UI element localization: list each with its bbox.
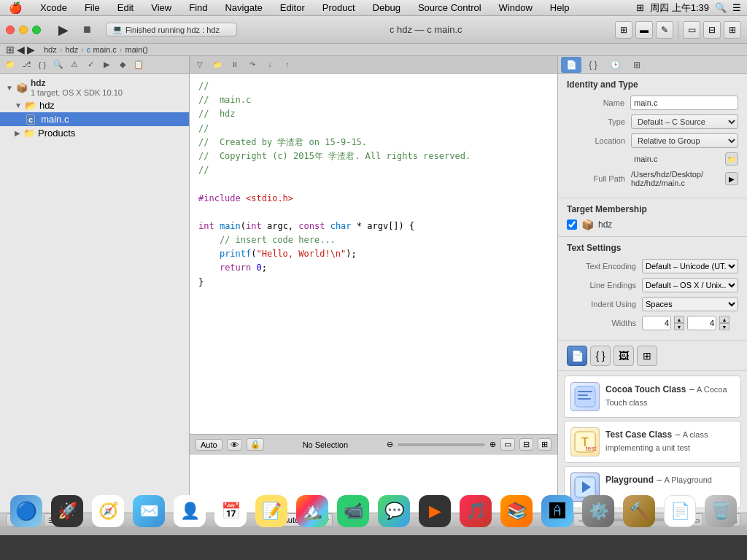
tree-folder-hdz[interactable]: ▼ 📂 hdz bbox=[0, 98, 189, 112]
dock-build[interactable]: 🔨 bbox=[620, 492, 658, 530]
step-into-icon[interactable]: ↓ bbox=[263, 58, 277, 72]
indent-selector-wrap[interactable]: Spaces bbox=[642, 297, 738, 311]
grid-icon-inspector[interactable]: ⊞ bbox=[637, 346, 657, 366]
fullscreen-button[interactable] bbox=[32, 26, 41, 34]
zoom-in-icon[interactable]: ⊕ bbox=[489, 440, 496, 449]
dock-contacts[interactable]: 👤 bbox=[171, 492, 209, 530]
line-endings-select[interactable]: Default – OS X / Unix... bbox=[642, 278, 738, 292]
layout-1[interactable]: ▭ bbox=[683, 21, 700, 39]
zoom-slider[interactable] bbox=[398, 443, 485, 446]
history-tab[interactable]: 🕒 bbox=[605, 57, 625, 73]
debug-icon-nav[interactable]: ▶ bbox=[99, 58, 114, 72]
pause-icon[interactable]: ⏸ bbox=[228, 58, 242, 72]
folder-debug-icon[interactable]: 📁 bbox=[210, 58, 225, 72]
tab-stepper[interactable]: ▲ ▼ bbox=[674, 316, 684, 330]
line-endings-selector-wrap[interactable]: Default – OS X / Unix... bbox=[642, 278, 738, 292]
fullpath-reveal-btn[interactable]: ▶ bbox=[725, 172, 738, 185]
path-main-func[interactable]: main() bbox=[125, 45, 147, 54]
dock-safari[interactable]: 🧭 bbox=[89, 492, 127, 530]
lock-icon[interactable]: 🔒 bbox=[247, 438, 264, 451]
navigator-toggle[interactable]: ⊞ bbox=[615, 21, 632, 39]
menu-find[interactable]: Find bbox=[186, 2, 210, 13]
debug-toggle[interactable]: ▬ bbox=[635, 21, 653, 39]
encoding-selector[interactable]: Auto bbox=[196, 439, 222, 451]
dock-appstore[interactable]: 🅰 bbox=[538, 492, 576, 530]
tree-folder-products[interactable]: ▶ 📁 Products bbox=[0, 126, 189, 140]
hierarchy-icon[interactable]: ⊞ bbox=[6, 44, 15, 55]
issue-icon[interactable]: ⚠ bbox=[67, 58, 82, 72]
cocoa-touch-card[interactable]: Cocoa Touch Class – A Cocoa Touch class bbox=[564, 376, 741, 418]
encoding-selector-wrap[interactable]: Default – Unicode (UT... bbox=[642, 259, 738, 273]
brace-icon[interactable]: { } bbox=[590, 346, 611, 366]
dock-trash[interactable]: 🗑️ bbox=[702, 492, 740, 530]
path-mainc[interactable]: c main.c bbox=[87, 45, 117, 54]
quick-help-tab[interactable]: { } bbox=[583, 57, 603, 73]
menu-product[interactable]: Product bbox=[320, 2, 358, 13]
dock-mail[interactable]: ✉️ bbox=[130, 492, 168, 530]
close-button[interactable] bbox=[6, 26, 15, 34]
indent-select[interactable]: Spaces bbox=[642, 297, 738, 311]
type-selector[interactable]: Default – C Source bbox=[631, 114, 738, 129]
dock-messages[interactable]: 💬 bbox=[375, 492, 413, 530]
breakpoint-icon[interactable]: ◆ bbox=[115, 58, 130, 72]
tab-step-down[interactable]: ▼ bbox=[674, 323, 684, 330]
forward-arrow[interactable]: ▶ bbox=[27, 44, 35, 55]
indent-step-down[interactable]: ▼ bbox=[719, 323, 729, 330]
layout-toggle-1[interactable]: ▭ bbox=[500, 438, 515, 451]
back-arrow[interactable]: ◀ bbox=[17, 44, 25, 55]
report-icon[interactable]: 📋 bbox=[131, 58, 146, 72]
location-selector[interactable]: Relative to Group bbox=[631, 133, 738, 148]
menu-edit[interactable]: Edit bbox=[115, 2, 136, 13]
target-checkbox[interactable] bbox=[567, 219, 577, 230]
dock-player[interactable]: ▶ bbox=[416, 492, 454, 530]
tab-width-input[interactable] bbox=[642, 316, 671, 330]
location-select[interactable]: Relative to Group bbox=[631, 133, 738, 148]
localization-tab[interactable]: ⊞ bbox=[627, 57, 647, 73]
dock-books[interactable]: 📚 bbox=[498, 492, 535, 530]
dock-photos[interactable]: 🏔️ bbox=[293, 492, 331, 530]
indent-width-input[interactable] bbox=[687, 316, 716, 330]
menu-editor[interactable]: Editor bbox=[277, 2, 308, 13]
tab-step-up[interactable]: ▲ bbox=[674, 316, 684, 323]
zoom-out-icon[interactable]: ⊖ bbox=[387, 440, 393, 449]
menu-navigate[interactable]: Navigate bbox=[222, 2, 265, 13]
dock-launchpad[interactable]: 🚀 bbox=[48, 492, 86, 530]
tree-file-mainc[interactable]: c main.c bbox=[0, 112, 189, 126]
dock-music[interactable]: 🎵 bbox=[457, 492, 495, 530]
menu-debug[interactable]: Debug bbox=[370, 2, 403, 13]
find-icon[interactable]: 🔍 bbox=[51, 58, 66, 72]
indent-stepper[interactable]: ▲ ▼ bbox=[719, 316, 729, 330]
code-content[interactable]: // // main.c // hdz // // Created by 学渣君… bbox=[190, 74, 557, 434]
name-input[interactable] bbox=[630, 96, 738, 110]
view-toggle[interactable]: 👁 bbox=[227, 439, 242, 451]
debug-toggle-icon[interactable]: ▽ bbox=[193, 58, 207, 72]
inspector-toggle[interactable]: ✎ bbox=[656, 21, 673, 39]
source-control-icon[interactable]: ⎇ bbox=[19, 58, 34, 72]
stop-button[interactable]: ■ bbox=[77, 20, 97, 39]
dock-stickies[interactable]: 📝 bbox=[252, 492, 290, 530]
encoding-select[interactable]: Default – Unicode (UT... bbox=[642, 259, 738, 273]
reveal-button[interactable]: 📁 bbox=[725, 152, 738, 166]
menu-help[interactable]: Help bbox=[547, 2, 573, 13]
scheme-selector[interactable]: 💻 Finished running hdz : hdz bbox=[106, 23, 237, 36]
step-out-icon[interactable]: ↑ bbox=[280, 58, 295, 72]
dock-finder[interactable]: 🔵 bbox=[7, 492, 45, 530]
file-doc-icon[interactable]: 📄 bbox=[567, 346, 587, 366]
indent-step-up[interactable]: ▲ bbox=[719, 316, 729, 323]
run-button[interactable]: ▶ bbox=[53, 20, 74, 39]
layout-2[interactable]: ⊟ bbox=[703, 21, 721, 39]
menu-file[interactable]: File bbox=[82, 2, 103, 13]
step-over-icon[interactable]: ↷ bbox=[245, 58, 260, 72]
menu-view[interactable]: View bbox=[148, 2, 174, 13]
menu-source-control[interactable]: Source Control bbox=[415, 2, 484, 13]
console-toggle[interactable]: ⊞ bbox=[538, 438, 551, 451]
minimize-button[interactable] bbox=[19, 26, 28, 34]
list-icon[interactable]: ☰ bbox=[732, 2, 741, 13]
dock-facetime[interactable]: 📹 bbox=[334, 492, 372, 530]
tree-root[interactable]: ▼ 📦 hdz 1 target, OS X SDK 10.10 bbox=[0, 77, 189, 98]
code-editor[interactable]: // // main.c // hdz // // Created by 学渣君… bbox=[190, 74, 557, 434]
search-icon[interactable]: 🔍 bbox=[715, 2, 727, 13]
layout-toggle-2[interactable]: ⊟ bbox=[519, 438, 533, 451]
dock-sysprefs[interactable]: ⚙️ bbox=[579, 492, 617, 530]
menu-xcode[interactable]: Xcode bbox=[37, 2, 70, 13]
